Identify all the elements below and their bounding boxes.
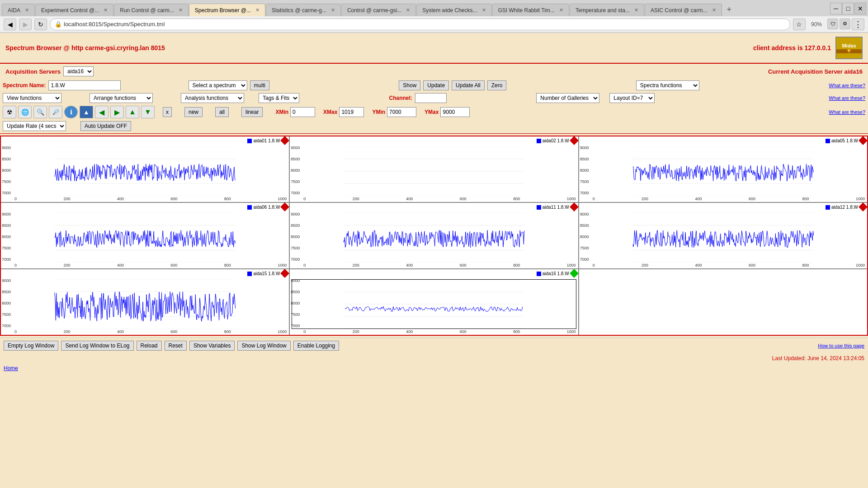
- tab-close-temp[interactable]: ✕: [634, 7, 638, 13]
- reload-button[interactable]: Reload: [137, 341, 162, 351]
- ymax-input[interactable]: [440, 107, 470, 117]
- show-button[interactable]: Show: [399, 80, 420, 90]
- chart-diamond-aida12: [859, 202, 868, 211]
- tab-close-run[interactable]: ✕: [179, 7, 183, 13]
- tab-white-rabbit[interactable]: GSI White Rabbit Tim... ✕: [492, 4, 569, 16]
- maximize-button[interactable]: □: [842, 3, 854, 14]
- nuclear-icon-button[interactable]: ☢: [3, 106, 16, 118]
- tab-close-aida[interactable]: ✕: [25, 7, 29, 13]
- extension-icon-2[interactable]: ⚙: [840, 19, 850, 29]
- analysis-functions-select[interactable]: Analysis functions: [181, 93, 244, 103]
- tab-close-system[interactable]: ✕: [482, 7, 486, 13]
- x-button[interactable]: x: [163, 107, 172, 117]
- chart-svg-aida16: [292, 279, 576, 329]
- channel-label: Channel:: [389, 95, 412, 101]
- tab-asic[interactable]: ASIC Control @ carm... ✕: [645, 4, 722, 16]
- minimize-button[interactable]: ─: [830, 3, 842, 14]
- linear-button[interactable]: linear: [241, 107, 263, 117]
- channel-input[interactable]: [415, 93, 447, 103]
- tab-close-experiment[interactable]: ✕: [104, 7, 108, 13]
- what-are-these-2[interactable]: What are these?: [829, 95, 865, 101]
- last-updated: Last Updated: June 14, 2024 13:24:05: [0, 353, 868, 363]
- chart-cell-aida11: aida11 1.8.W9000850080007500700002004006…: [290, 203, 578, 268]
- zoom-in-button[interactable]: 🔍: [33, 106, 47, 118]
- tab-close-stats[interactable]: ✕: [331, 7, 335, 13]
- xmax-input[interactable]: [339, 107, 364, 117]
- tab-run-control[interactable]: Run Control @ carm... ✕: [114, 4, 189, 16]
- tab-experiment[interactable]: Experiment Control @... ✕: [35, 4, 113, 16]
- back-button[interactable]: ◀: [4, 19, 16, 30]
- spectra-functions-select[interactable]: Spectra functions: [636, 80, 699, 90]
- update-button[interactable]: Update: [423, 80, 449, 90]
- refresh-icon-button[interactable]: 🌐: [18, 106, 32, 118]
- forward-button[interactable]: ▶: [19, 19, 32, 30]
- all-button[interactable]: all: [215, 107, 229, 117]
- new-button[interactable]: new: [184, 107, 203, 117]
- home-link[interactable]: Home: [0, 363, 868, 373]
- scroll-up-button[interactable]: ▲: [126, 106, 139, 118]
- tab-close-wr[interactable]: ✕: [559, 7, 563, 13]
- tab-close-spectrum[interactable]: ✕: [255, 7, 259, 13]
- spectrum-name-input[interactable]: [48, 80, 121, 90]
- tab-control[interactable]: Control @ carme-gsi... ✕: [341, 4, 416, 16]
- empty-log-button[interactable]: Empty Log Window: [4, 341, 58, 351]
- how-to-use-link[interactable]: How to use this page: [818, 343, 864, 348]
- enable-logging-button[interactable]: Enable Logging: [293, 341, 339, 351]
- chart-cell-aida05: aida05 1.8.W9000850080007500700002004006…: [579, 136, 867, 202]
- spectrum-name-label: Spectrum Name:: [3, 82, 46, 89]
- reset-button[interactable]: Reset: [165, 341, 187, 351]
- new-tab-button[interactable]: +: [722, 3, 736, 16]
- chart-svg-aida02: [292, 146, 576, 196]
- auto-update-button[interactable]: Auto Update OFF: [80, 121, 131, 131]
- update-rate-select[interactable]: Update Rate (4 secs): [3, 121, 66, 131]
- back-arrow-button[interactable]: ◀: [95, 106, 108, 118]
- what-are-these-1[interactable]: What are these?: [829, 83, 865, 88]
- info-button[interactable]: ℹ: [64, 106, 78, 118]
- xmin-input[interactable]: [290, 107, 315, 117]
- send-log-button[interactable]: Send Log Window to ELog: [61, 341, 133, 351]
- address-box[interactable]: 🔒 localhost:8015/Spectrum/Spectrum.tml: [50, 19, 790, 30]
- ymin-input[interactable]: [387, 107, 416, 117]
- number-of-galleries-select[interactable]: Number of Galleries: [536, 93, 599, 103]
- select-spectrum-dropdown[interactable]: Select a spectrum: [189, 80, 247, 90]
- multi-button[interactable]: multi: [250, 80, 269, 90]
- reload-button[interactable]: ↻: [34, 19, 47, 30]
- spectrum-name-row: Spectrum Name: Select a spectrum multi S…: [0, 79, 868, 92]
- show-log-button[interactable]: Show Log Window: [237, 341, 290, 351]
- layout-id-select[interactable]: Layout ID=7: [609, 93, 655, 103]
- app-header: Spectrum Browser @ http carme-gsi.cryrin…: [0, 33, 868, 64]
- zero-button[interactable]: Zero: [487, 80, 507, 90]
- functions-row: View functions Arrange functions Analysi…: [0, 92, 868, 104]
- chart-diamond-aida16: [570, 269, 579, 278]
- show-variables-button[interactable]: Show Variables: [189, 341, 235, 351]
- up-arrow-button[interactable]: ▲: [80, 106, 93, 118]
- zoom-out-button[interactable]: 🔎: [49, 106, 62, 118]
- tab-system-checks[interactable]: System wide Checks... ✕: [416, 4, 491, 16]
- divider: [0, 133, 868, 134]
- more-button[interactable]: ⋮: [852, 19, 864, 30]
- tab-temperature[interactable]: Temperature and sta... ✕: [570, 4, 644, 16]
- tab-close-control[interactable]: ✕: [406, 7, 410, 13]
- chart-svg-aida06: [3, 213, 287, 263]
- tab-close-asic[interactable]: ✕: [712, 7, 716, 13]
- forward-arrow-button[interactable]: ▶: [110, 106, 124, 118]
- what-are-these-3[interactable]: What are these?: [829, 109, 865, 115]
- tags-fits-select[interactable]: Tags & Fits: [259, 93, 299, 103]
- chart-title-aida12: aida12 1.8.W: [826, 205, 858, 210]
- close-button[interactable]: ✕: [854, 3, 866, 14]
- chart-cell-aida02: aida02 1.8.W9000850080007500700002004006…: [290, 136, 578, 202]
- chart-cell-aida16: aida16 1.8.W9000850080007500700002004006…: [290, 269, 578, 335]
- view-functions-select[interactable]: View functions: [3, 93, 61, 103]
- acq-server-select[interactable]: aida16: [63, 66, 94, 76]
- tab-spectrum-browser[interactable]: Spectrum Browser @... ✕: [189, 4, 265, 16]
- chart-title-aida06: aida06 1.8.W: [247, 205, 280, 210]
- acq-servers-row: Acquisition Servers aida16 Current Acqui…: [0, 64, 868, 79]
- arrange-functions-select[interactable]: Arrange functions: [90, 93, 153, 103]
- bookmark-button[interactable]: ☆: [793, 19, 806, 30]
- tab-statistics[interactable]: Statistics @ carme-g... ✕: [266, 4, 341, 16]
- tab-aida[interactable]: AIDA ✕: [2, 4, 35, 16]
- lock-icon: 🔒: [55, 21, 62, 28]
- update-all-button[interactable]: Update All: [452, 80, 485, 90]
- extension-icon-1[interactable]: 🛡: [827, 19, 838, 29]
- scroll-down-button[interactable]: ▼: [141, 106, 155, 118]
